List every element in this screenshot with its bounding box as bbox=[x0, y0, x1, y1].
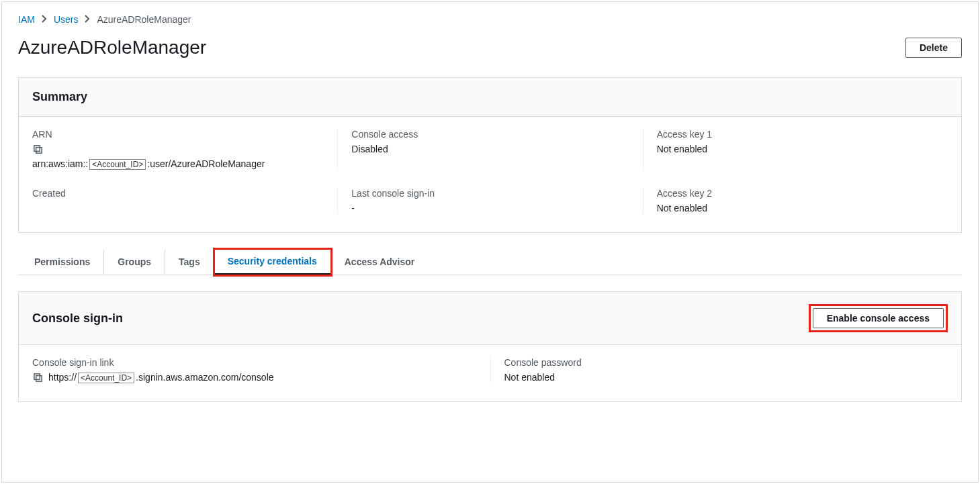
enable-console-access-button[interactable]: Enable console access bbox=[813, 308, 944, 328]
tab-groups[interactable]: Groups bbox=[104, 250, 165, 274]
enable-console-highlight: Enable console access bbox=[809, 304, 948, 332]
summary-body: ARN arn:aws:iam::<Account_ID>:user/Azure… bbox=[19, 117, 961, 232]
link-account-placeholder: <Account_ID> bbox=[78, 373, 134, 383]
svg-rect-2 bbox=[36, 375, 41, 381]
console-signin-panel: Console sign-in Enable console access Co… bbox=[18, 291, 962, 402]
tab-permissions[interactable]: Permissions bbox=[21, 250, 104, 274]
console-signin-body: Console sign-in link https://<Account_ID… bbox=[19, 345, 961, 401]
link-prefix: https:// bbox=[48, 372, 77, 383]
summary-heading: Summary bbox=[32, 90, 87, 104]
access-key-2-label: Access key 2 bbox=[657, 188, 934, 199]
access-key-1-value: Not enabled bbox=[657, 144, 934, 154]
svg-rect-3 bbox=[34, 373, 39, 379]
signin-link-value: https://<Account_ID>.signin.aws.amazon.c… bbox=[48, 372, 274, 383]
console-access-value: Disabled bbox=[351, 144, 629, 154]
console-signin-heading: Console sign-in bbox=[32, 311, 123, 326]
delete-button[interactable]: Delete bbox=[905, 38, 962, 58]
page-title: AzureADRoleManager bbox=[18, 37, 206, 58]
last-signin-label: Last console sign-in bbox=[351, 188, 629, 199]
last-signin-value: - bbox=[351, 203, 629, 213]
tab-security-credentials[interactable]: Security credentials bbox=[214, 249, 331, 275]
breadcrumb-link-users[interactable]: Users bbox=[54, 14, 79, 25]
copy-icon[interactable] bbox=[32, 144, 43, 154]
field-console-password: Console password Not enabled bbox=[490, 357, 948, 383]
arn-account-placeholder: <Account_ID> bbox=[89, 159, 146, 170]
arn-label: ARN bbox=[32, 129, 324, 140]
access-key-2-value: Not enabled bbox=[657, 203, 934, 213]
breadcrumb-link-iam[interactable]: IAM bbox=[18, 14, 35, 25]
tab-tags[interactable]: Tags bbox=[165, 250, 214, 274]
tabs: Permissions Groups Tags Security credent… bbox=[18, 249, 962, 275]
console-access-label: Console access bbox=[351, 129, 629, 140]
chevron-right-icon bbox=[85, 14, 90, 25]
title-row: AzureADRoleManager Delete bbox=[18, 37, 962, 58]
field-created: Created bbox=[32, 188, 337, 213]
summary-panel: Summary ARN arn:aws:iam::<Account_ID> bbox=[18, 77, 962, 233]
summary-header: Summary bbox=[19, 78, 961, 117]
breadcrumb-current: AzureADRoleManager bbox=[97, 14, 191, 25]
arn-value: arn:aws:iam::<Account_ID>:user/AzureADRo… bbox=[32, 158, 324, 169]
arn-prefix: arn:aws:iam:: bbox=[32, 158, 88, 169]
console-signin-header: Console sign-in Enable console access bbox=[19, 292, 961, 345]
svg-rect-0 bbox=[36, 147, 41, 152]
signin-link-label: Console sign-in link bbox=[32, 357, 490, 368]
copy-icon[interactable] bbox=[32, 372, 43, 383]
field-access-key-2: Access key 2 Not enabled bbox=[643, 188, 948, 213]
field-access-key-1: Access key 1 Not enabled bbox=[643, 129, 948, 169]
field-console-access: Console access Disabled bbox=[337, 129, 642, 169]
console-password-value: Not enabled bbox=[504, 372, 948, 383]
arn-suffix: :user/AzureADRoleManager bbox=[147, 158, 265, 169]
field-last-signin: Last console sign-in - bbox=[337, 188, 642, 213]
field-signin-link: Console sign-in link https://<Account_ID… bbox=[32, 357, 490, 383]
link-suffix: .signin.aws.amazon.com/console bbox=[136, 372, 273, 383]
access-key-1-label: Access key 1 bbox=[657, 129, 934, 140]
console-password-label: Console password bbox=[504, 357, 948, 368]
created-label: Created bbox=[32, 188, 324, 199]
chevron-right-icon bbox=[42, 14, 47, 25]
iam-user-detail-page: IAM Users AzureADRoleManager AzureADRole… bbox=[1, 1, 979, 483]
tab-access-advisor[interactable]: Access Advisor bbox=[331, 250, 429, 274]
svg-rect-1 bbox=[34, 145, 39, 150]
breadcrumb: IAM Users AzureADRoleManager bbox=[18, 14, 962, 25]
field-arn: ARN arn:aws:iam::<Account_ID>:user/Azure… bbox=[32, 129, 337, 169]
